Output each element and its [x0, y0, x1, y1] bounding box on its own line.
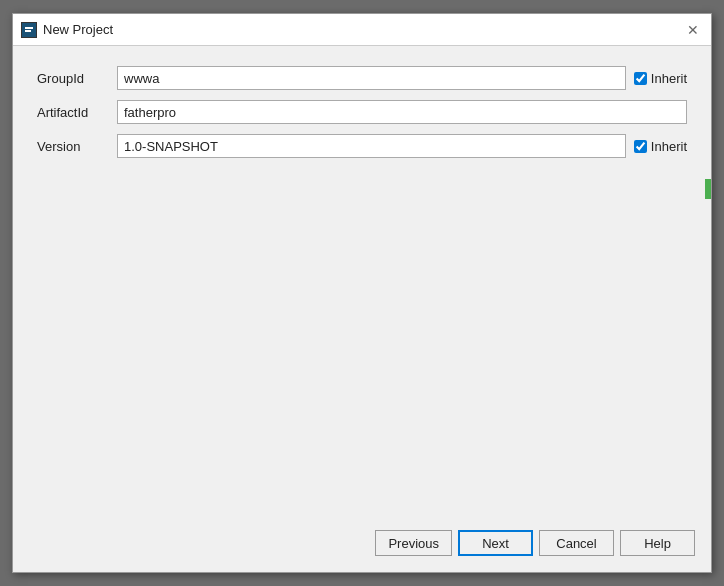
cancel-button[interactable]: Cancel	[539, 530, 614, 556]
group-id-inherit-label: Inherit	[651, 71, 687, 86]
version-inherit-checkbox[interactable]	[634, 140, 647, 153]
version-input[interactable]	[117, 134, 626, 158]
version-inherit-container: Inherit	[634, 139, 687, 154]
artifact-id-row: ArtifactId	[37, 100, 687, 124]
title-bar-left: New Project	[21, 22, 113, 38]
svg-rect-1	[25, 27, 33, 29]
group-id-row: GroupId Inherit	[37, 66, 687, 90]
help-button[interactable]: Help	[620, 530, 695, 556]
dialog-icon	[21, 22, 37, 38]
group-id-label: GroupId	[37, 71, 117, 86]
new-project-dialog: New Project ✕ GroupId Inherit ArtifactId…	[12, 13, 712, 573]
group-id-inherit-checkbox[interactable]	[634, 72, 647, 85]
group-id-input[interactable]	[117, 66, 626, 90]
artifact-id-input[interactable]	[117, 100, 687, 124]
dialog-title: New Project	[43, 22, 113, 37]
dialog-footer: Previous Next Cancel Help	[13, 520, 711, 572]
next-button[interactable]: Next	[458, 530, 533, 556]
side-indicator	[705, 179, 711, 199]
previous-button[interactable]: Previous	[375, 530, 452, 556]
group-id-inherit-container: Inherit	[634, 71, 687, 86]
body-spacer	[37, 168, 687, 500]
dialog-body: GroupId Inherit ArtifactId Version Inher…	[13, 46, 711, 520]
version-row: Version Inherit	[37, 134, 687, 158]
svg-rect-2	[25, 30, 31, 32]
version-label: Version	[37, 139, 117, 154]
title-bar: New Project ✕	[13, 14, 711, 46]
close-button[interactable]: ✕	[683, 20, 703, 40]
artifact-id-label: ArtifactId	[37, 105, 117, 120]
version-inherit-label: Inherit	[651, 139, 687, 154]
